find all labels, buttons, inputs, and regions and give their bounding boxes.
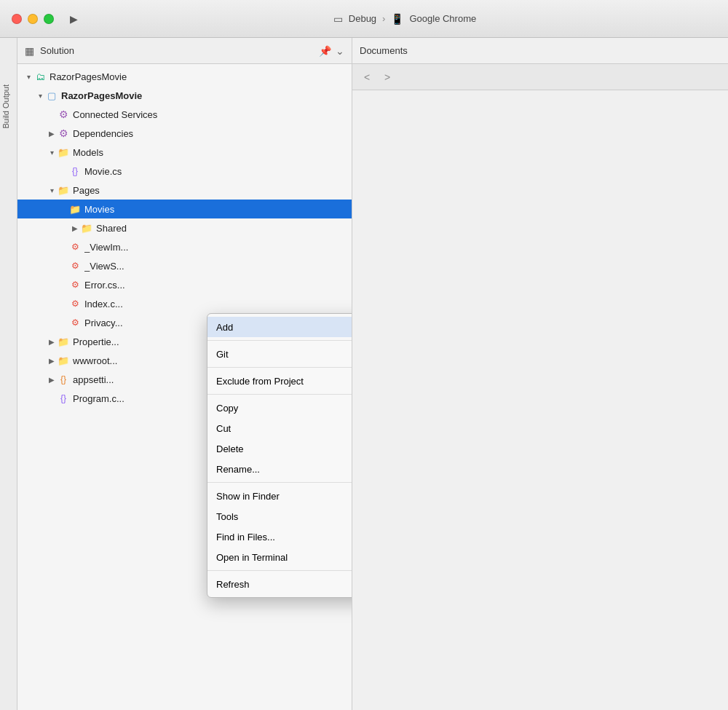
vertical-tab: Build Output <box>0 38 17 710</box>
cs-file-icon: {} <box>68 165 82 178</box>
razor-icon: ⚙ <box>68 240 82 253</box>
tree-label: wwwroot... <box>73 355 117 366</box>
menu-item-label: Copy <box>216 403 352 414</box>
menu-item-label: Git <box>216 349 352 360</box>
chevron-icon: ▾ <box>47 149 57 157</box>
tree-label: Propertie... <box>73 336 119 347</box>
chevron-icon: ▶ <box>47 376 57 384</box>
menu-item-label: Find in Files... <box>216 532 352 543</box>
app-title: Google Chrome <box>409 13 476 24</box>
tree-label: Error.cs... <box>84 280 125 291</box>
tree-label: _ViewIm... <box>84 242 128 253</box>
menu-item-label: Add <box>216 322 352 333</box>
menu-item-rename[interactable]: Rename... ⌘ R <box>207 459 352 479</box>
tree-item-viewstart[interactable]: ⚙ _ViewS... <box>17 256 352 275</box>
menu-separator <box>207 570 352 571</box>
menu-item-refresh[interactable]: Refresh <box>207 574 352 594</box>
tree-label: RazorPagesMovie <box>61 90 142 101</box>
tree-item-index-c[interactable]: ⚙ Index.c... <box>17 294 352 313</box>
pin-icon[interactable]: 📌 <box>319 45 331 57</box>
tree-item-error-cs[interactable]: ⚙ Error.cs... <box>17 275 352 294</box>
menu-item-add[interactable]: Add ▶ New File... New Class... Existing … <box>207 317 352 337</box>
maximize-button[interactable] <box>44 14 54 24</box>
tree-item-movie-cs[interactable]: {} Movie.cs <box>17 162 352 181</box>
docs-nav: < > <box>352 64 728 90</box>
tree-label: Program.c... <box>73 393 124 404</box>
menu-item-label: Show in Finder <box>216 491 352 502</box>
tree-label: _ViewS... <box>84 261 124 272</box>
tree-item-pages[interactable]: ▾ 📁 Pages <box>17 181 352 200</box>
menu-item-tools[interactable]: Tools ▶ <box>207 506 352 526</box>
menu-item-exclude[interactable]: Exclude from Project <box>207 371 352 391</box>
forward-button[interactable]: > <box>379 68 396 86</box>
razor-icon: ⚙ <box>68 297 82 310</box>
main-area: Build Output ▦ Solution 📌 ⌄ ▾ 🗂 RazorPag… <box>0 38 728 710</box>
window-icon: ▭ <box>333 13 343 25</box>
collapse-icon[interactable]: ⌄ <box>336 45 344 57</box>
solution-icon: ▦ <box>25 45 34 57</box>
menu-item-label: Open in Terminal <box>216 552 352 563</box>
gear-icon: ⚙ <box>57 108 70 121</box>
minimize-button[interactable] <box>28 14 38 24</box>
razor-icon: ⚙ <box>68 316 82 329</box>
back-arrow-icon: < <box>364 71 370 83</box>
menu-item-cut[interactable]: Cut ⌘ X <box>207 418 352 438</box>
tree-label: Pages <box>73 185 100 196</box>
folder-icon: 📁 <box>57 146 70 159</box>
folder-icon: 📁 <box>68 202 82 216</box>
tree-item-viewimports[interactable]: ⚙ _ViewIm... <box>17 237 352 256</box>
menu-item-git[interactable]: Git ▶ <box>207 344 352 364</box>
documents-title: Documents <box>360 45 408 56</box>
tree-item-shared[interactable]: ▶ 📁 Shared <box>17 218 352 237</box>
menu-separator <box>207 340 352 341</box>
tree-label: Models <box>73 147 103 158</box>
folder-icon: 📁 <box>57 184 70 197</box>
menu-item-open-terminal[interactable]: Open in Terminal <box>207 547 352 567</box>
tree-item-dependencies[interactable]: ▶ ⚙ Dependencies <box>17 124 352 143</box>
tree-label: appsetti... <box>73 374 114 385</box>
tree-item-razorpagesmovie-project[interactable]: ▾ ▢ RazorPagesMovie <box>17 86 352 105</box>
folder-icon: 📁 <box>57 335 70 348</box>
json-icon: {} <box>57 373 70 386</box>
tree-item-models[interactable]: ▾ 📁 Models <box>17 143 352 162</box>
panel-header-actions: 📌 ⌄ <box>319 45 344 57</box>
menu-item-label: Exclude from Project <box>216 376 352 387</box>
tree-label: Index.c... <box>84 299 123 309</box>
close-button[interactable] <box>12 14 22 24</box>
gear-icon: ⚙ <box>57 127 70 140</box>
menu-item-label: Refresh <box>216 579 352 590</box>
menu-item-copy[interactable]: Copy ⌘ C <box>207 398 352 418</box>
tree-item-connected-services[interactable]: ⚙ Connected Services <box>17 105 352 124</box>
solution-panel-title: Solution <box>40 45 74 56</box>
tree-label: Movie.cs <box>84 166 122 177</box>
build-output-tab[interactable]: Build Output <box>0 82 12 132</box>
tree-item-razorpagesmovie-root[interactable]: ▾ 🗂 RazorPagesMovie <box>17 67 352 86</box>
folder-icon: 📁 <box>57 354 70 367</box>
chevron-icon: ▾ <box>35 92 45 100</box>
documents-header: Documents <box>352 38 728 64</box>
title-bar: ▶ ▭ Debug › 📱 Google Chrome <box>0 0 728 38</box>
traffic-lights <box>12 14 54 24</box>
solution-panel-header: ▦ Solution 📌 ⌄ <box>17 38 352 64</box>
chevron-icon: ▾ <box>23 73 33 81</box>
chevron-icon: ▶ <box>47 338 57 346</box>
tree-item-movies[interactable]: 📁 Movies <box>17 200 352 218</box>
cs-file-icon: {} <box>57 392 70 405</box>
folder-icon: ▢ <box>45 89 58 102</box>
menu-item-show-finder[interactable]: Show in Finder <box>207 486 352 506</box>
chevron-icon: ▾ <box>47 186 57 194</box>
documents-panel: Documents < > <box>352 38 728 710</box>
play-button[interactable]: ▶ <box>66 11 82 27</box>
menu-item-find-files[interactable]: Find in Files... ⇧ ⌘ F <box>207 526 352 547</box>
tree-label: Movies <box>84 204 114 215</box>
back-button[interactable]: < <box>358 68 376 86</box>
chevron-icon: ▶ <box>47 130 57 138</box>
title-bar-center: ▭ Debug › 📱 Google Chrome <box>93 13 716 25</box>
tree-label: Privacy... <box>84 317 123 328</box>
menu-separator <box>207 394 352 395</box>
device-icon: 📱 <box>391 13 403 25</box>
tree-label: Connected Services <box>73 109 157 120</box>
menu-item-delete[interactable]: Delete ⌘ ⌫ <box>207 438 352 459</box>
tree-label: RazorPagesMovie <box>50 71 127 82</box>
razor-icon: ⚙ <box>68 259 82 272</box>
